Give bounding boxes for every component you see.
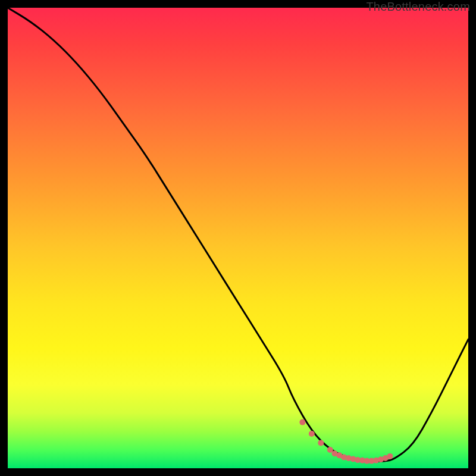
- marker-dot: [318, 440, 324, 446]
- marker-dot: [387, 453, 393, 459]
- bottleneck-curve-line: [8, 8, 468, 461]
- marker-dot: [309, 431, 315, 437]
- chart-frame: [8, 8, 468, 468]
- chart-svg: [8, 8, 468, 468]
- marker-dot: [299, 419, 305, 425]
- optimal-range-markers: [299, 419, 393, 464]
